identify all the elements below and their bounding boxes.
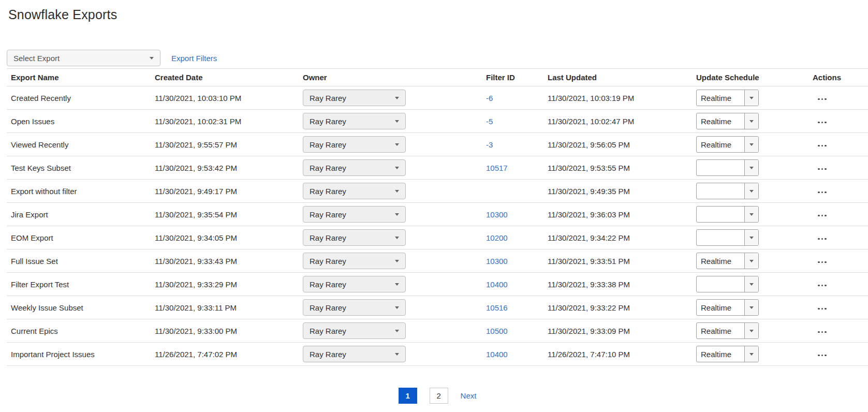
- last-updated-cell: 11/26/2021, 7:47:10 PM: [543, 343, 692, 366]
- next-page-link[interactable]: Next: [461, 391, 477, 400]
- filter-id-link[interactable]: 10400: [486, 350, 508, 359]
- owner-select[interactable]: Ray Rarey: [303, 322, 406, 339]
- caret-down-icon: [395, 120, 399, 123]
- export-name-cell: Created Recently: [7, 86, 151, 110]
- caret-down-icon: [749, 260, 754, 262]
- filter-id-link[interactable]: 10516: [486, 303, 508, 312]
- last-updated-cell: 11/30/2021, 9:33:38 PM: [543, 273, 692, 296]
- update-schedule-cell: [692, 273, 808, 296]
- filter-id-link[interactable]: 10300: [486, 257, 508, 266]
- caret-down-icon: [395, 237, 399, 239]
- owner-cell: Ray Rarey: [299, 133, 482, 156]
- update-schedule-value: Realtime: [697, 346, 744, 362]
- filter-id-link[interactable]: 10400: [486, 280, 508, 289]
- caret-down-icon: [395, 260, 399, 262]
- page-button-2[interactable]: 2: [430, 388, 448, 404]
- filter-id-link[interactable]: -5: [486, 117, 493, 126]
- owner-select[interactable]: Ray Rarey: [303, 253, 406, 269]
- actions-ellipsis-button[interactable]: [817, 235, 828, 243]
- filter-id-link[interactable]: -6: [486, 94, 493, 102]
- export-name-cell: Viewed Recently: [7, 133, 151, 156]
- update-schedule-select[interactable]: Realtime: [696, 90, 759, 106]
- update-schedule-cell: [692, 180, 808, 203]
- owner-select[interactable]: Ray Rarey: [303, 276, 406, 292]
- update-schedule-select[interactable]: [696, 159, 759, 176]
- actions-ellipsis-button[interactable]: [817, 165, 828, 173]
- update-schedule-select[interactable]: [696, 206, 759, 223]
- owner-select[interactable]: Ray Rarey: [303, 183, 406, 199]
- owner-select-value: Ray Rarey: [310, 233, 346, 242]
- owner-select[interactable]: Ray Rarey: [303, 113, 406, 129]
- actions-cell: [808, 296, 868, 319]
- update-schedule-select[interactable]: Realtime: [696, 253, 759, 269]
- update-schedule-select[interactable]: Realtime: [696, 346, 759, 362]
- filter-id-link[interactable]: 10200: [486, 233, 508, 242]
- ellipsis-icon: [818, 145, 827, 147]
- actions-ellipsis-button[interactable]: [817, 328, 828, 336]
- created-date-cell: 11/30/2021, 10:02:31 PM: [151, 110, 299, 133]
- owner-cell: Ray Rarey: [299, 296, 482, 319]
- ellipsis-icon: [818, 192, 827, 194]
- owner-select[interactable]: Ray Rarey: [303, 299, 406, 316]
- caret-down-icon: [395, 143, 399, 146]
- filter-id-link[interactable]: -3: [486, 140, 493, 149]
- owner-select[interactable]: Ray Rarey: [303, 346, 406, 362]
- ellipsis-icon: [818, 122, 827, 124]
- created-date-cell: 11/30/2021, 9:49:17 PM: [151, 180, 299, 203]
- filter-id-link[interactable]: 10517: [486, 164, 508, 172]
- update-schedule-select[interactable]: Realtime: [696, 136, 759, 153]
- export-name: Export without filter: [11, 187, 77, 196]
- actions-cell: [808, 180, 868, 203]
- actions-cell: [808, 156, 868, 180]
- last-updated-cell: 11/30/2021, 10:03:19 PM: [543, 86, 692, 110]
- actions-ellipsis-button[interactable]: [817, 282, 828, 290]
- actions-ellipsis-button[interactable]: [817, 95, 828, 104]
- caret-down-icon: [744, 300, 758, 315]
- table-row: Current Epics 11/30/2021, 9:33:00 PM Ray…: [7, 319, 868, 343]
- actions-ellipsis-button[interactable]: [817, 188, 828, 197]
- actions-ellipsis-button[interactable]: [817, 305, 828, 313]
- select-export-dropdown[interactable]: Select Export: [7, 50, 160, 66]
- ellipsis-icon: [818, 331, 827, 333]
- caret-down-icon: [749, 190, 754, 193]
- column-header-last-updated: Last Updated: [543, 69, 692, 86]
- table-row: EOM Export 11/30/2021, 9:34:05 PM Ray Ra…: [7, 226, 868, 249]
- caret-down-icon: [749, 213, 754, 216]
- owner-cell: Ray Rarey: [299, 156, 482, 180]
- owner-select[interactable]: Ray Rarey: [303, 229, 406, 246]
- actions-ellipsis-button[interactable]: [817, 119, 828, 127]
- export-filters-link[interactable]: Export Filters: [171, 54, 217, 63]
- filter-id-link[interactable]: 10300: [486, 210, 508, 219]
- owner-select-value: Ray Rarey: [310, 350, 346, 359]
- caret-down-icon: [744, 113, 758, 129]
- update-schedule-select[interactable]: [696, 229, 759, 246]
- actions-ellipsis-button[interactable]: [817, 258, 828, 267]
- caret-down-icon: [749, 167, 754, 169]
- update-schedule-select[interactable]: [696, 183, 759, 199]
- actions-ellipsis-button[interactable]: [817, 212, 828, 220]
- actions-ellipsis-button[interactable]: [817, 142, 828, 150]
- caret-down-icon: [744, 90, 758, 106]
- owner-select[interactable]: Ray Rarey: [303, 136, 406, 153]
- created-date: 11/30/2021, 9:53:42 PM: [155, 164, 237, 172]
- owner-select[interactable]: Ray Rarey: [303, 90, 406, 106]
- last-updated-cell: 11/30/2021, 9:33:09 PM: [543, 319, 692, 343]
- owner-select-value: Ray Rarey: [310, 117, 346, 126]
- caret-down-icon: [744, 253, 758, 269]
- caret-down-icon: [749, 353, 754, 356]
- column-header-actions: Actions: [808, 69, 868, 86]
- filter-id-link[interactable]: 10500: [486, 327, 508, 335]
- update-schedule-select[interactable]: [696, 276, 759, 292]
- caret-down-icon: [744, 183, 758, 199]
- update-schedule-select[interactable]: Realtime: [696, 322, 759, 339]
- update-schedule-select[interactable]: Realtime: [696, 113, 759, 129]
- last-updated: 11/30/2021, 10:02:47 PM: [548, 117, 634, 126]
- update-schedule-select[interactable]: Realtime: [696, 299, 759, 316]
- caret-down-icon: [395, 97, 399, 99]
- page-button-1[interactable]: 1: [399, 388, 417, 404]
- owner-select[interactable]: Ray Rarey: [303, 206, 406, 223]
- actions-ellipsis-button[interactable]: [817, 351, 828, 360]
- owner-select[interactable]: Ray Rarey: [303, 159, 406, 176]
- table-row: Test Keys Subset 11/30/2021, 9:53:42 PM …: [7, 156, 868, 180]
- ellipsis-icon: [818, 168, 827, 170]
